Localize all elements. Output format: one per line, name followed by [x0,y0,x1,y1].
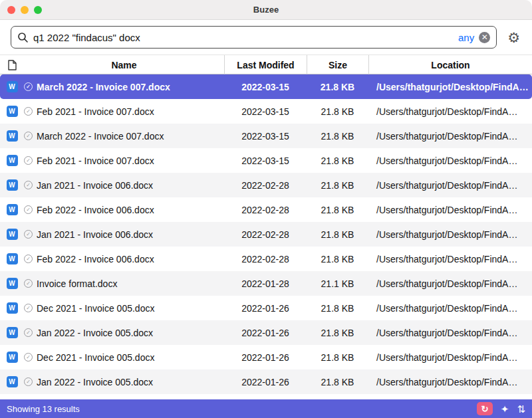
table-header: Name Last Modifed Size Location [0,54,532,74]
checkmark-icon: ✓ [24,353,33,362]
search-input[interactable] [33,32,454,43]
file-name: Dec 2021 - Invoice 005.docx [37,352,154,363]
search-section: any ✕ ⚙ [0,20,532,54]
modified-date: 2022-02-28 [224,254,307,264]
checkmark-icon: ✓ [24,132,33,140]
search-scope-toggle[interactable]: any [458,32,474,43]
fit-rows-icon[interactable]: ⇅ [517,404,525,414]
minimize-window-button[interactable] [21,6,29,14]
file-name: Feb 2022 - Invoice 006.docx [37,205,154,215]
file-size: 21.8 KB [307,328,368,338]
file-name-cell: ✓Dec 2021 - Invoice 005.docx [24,352,224,363]
checkmark-icon: ✓ [24,205,33,214]
file-location: /Users/thatgurjot/Desktop/FindA… [368,229,532,240]
file-size: 21.8 KB [307,131,368,142]
word-file-icon: W [0,204,24,215]
modified-date: 2022-01-26 [224,352,307,363]
table-row[interactable]: W✓March 2022 - Invoice 007.docx2022-03-1… [0,74,532,99]
table-row[interactable]: W✓Jan 2022 - Invoice 005.docx2022-01-262… [0,320,532,345]
modified-date: 2022-01-26 [224,328,307,338]
file-name: Jan 2021 - Invoice 006.docx [37,229,153,240]
word-file-icon: W [0,179,24,191]
close-window-button[interactable] [7,6,15,14]
file-name-cell: ✓Feb 2021 - Invoice 007.docx [24,156,224,166]
checkmark-icon: ✓ [24,181,33,189]
zoom-window-button[interactable] [34,6,42,14]
file-name-cell: ✓Jan 2022 - Invoice 005.docx [24,328,224,338]
file-name: Feb 2021 - Invoice 007.docx [37,156,154,166]
checkmark-icon: ✓ [24,304,33,312]
table-row[interactable]: W✓Dec 2021 - Invoice 005.docx2022-01-262… [0,296,532,320]
file-location: /Users/thatgurjot/Desktop/FindA… [368,82,532,92]
modified-date: 2022-02-28 [224,229,307,240]
file-location: /Users/thatgurjot/Desktop/FindA… [368,278,532,289]
table-row[interactable]: W✓Feb 2022 - Invoice 006.docx2022-02-282… [0,197,532,222]
modified-date: 2022-02-28 [224,205,307,215]
file-location: /Users/thatgurjot/Desktop/FindA… [368,254,532,264]
table-row[interactable]: W✓Dec 2021 - Invoice 005.docx2022-01-262… [0,345,532,369]
table-row[interactable]: W✓Invoice format.docx2022-01-2821.1 KB/U… [0,271,532,296]
word-file-icon: W [0,106,24,117]
file-name-cell: ✓Feb 2021 - Invoice 007.docx [24,106,224,117]
column-header-modified[interactable]: Last Modifed [224,55,307,75]
results-body: W✓March 2022 - Invoice 007.docx2022-03-1… [0,74,532,399]
checkmark-icon: ✓ [24,107,33,116]
checkmark-icon: ✓ [24,82,33,91]
file-name: March 2022 - Invoice 007.docx [37,82,170,92]
settings-gear-icon[interactable]: ⚙ [507,31,520,45]
modified-date: 2022-03-15 [224,82,307,92]
column-header-size[interactable]: Size [307,55,368,75]
table-row[interactable]: W✓Feb 2022 - Invoice 006.docx2022-02-282… [0,247,532,271]
table-row[interactable]: W✓Jan 2021 - Invoice 006.docx2022-02-282… [0,222,532,247]
table-row[interactable]: W✓March 2022 - Invoice 007.docx2022-03-1… [0,124,532,148]
sparkles-icon[interactable]: ✦ [501,404,509,414]
title-bar: Buzee [0,0,532,20]
word-file-icon: W [0,155,24,166]
modified-date: 2022-01-26 [224,377,307,387]
app-window: Buzee any ✕ ⚙ Name Last Modifed Size [0,0,532,418]
checkmark-icon: ✓ [24,279,33,288]
word-file-icon: W [0,327,24,338]
status-bar: Showing 13 results ↻ ✦ ⇅ [0,399,532,418]
checkmark-icon: ✓ [24,377,33,386]
table-row[interactable]: W✓Jan 2021 - Invoice 006.docx2022-02-282… [0,173,532,197]
file-size: 21.8 KB [307,303,368,314]
file-location: /Users/thatgurjot/Desktop/FindA… [368,328,532,338]
search-box[interactable]: any ✕ [11,26,497,49]
file-location: /Users/thatgurjot/Desktop/FindA… [368,352,532,363]
file-size: 21.8 KB [307,254,368,264]
checkmark-icon: ✓ [24,328,33,337]
word-file-icon: W [0,376,24,387]
file-size: 21.8 KB [307,377,368,387]
file-name: Feb 2022 - Invoice 006.docx [37,254,154,264]
clear-search-icon[interactable]: ✕ [479,32,490,43]
modified-date: 2022-02-28 [224,180,307,191]
word-file-icon: W [0,302,24,314]
checkmark-icon: ✓ [24,156,33,165]
file-size: 21.8 KB [307,180,368,191]
file-size: 21.8 KB [307,229,368,240]
file-name: Jan 2022 - Invoice 005.docx [37,377,153,387]
column-header-location[interactable]: Location [368,55,532,75]
results-count-status: Showing 13 results [7,404,477,414]
file-name: Jan 2022 - Invoice 005.docx [37,328,153,338]
modified-date: 2022-03-15 [224,106,307,117]
table-row[interactable]: W✓Feb 2021 - Invoice 007.docx2022-03-152… [0,148,532,173]
file-size: 21.8 KB [307,156,368,166]
modified-date: 2022-03-15 [224,156,307,166]
file-location: /Users/thatgurjot/Desktop/FindA… [368,377,532,387]
column-header-name[interactable]: Name [24,55,224,75]
table-row[interactable]: W✓Feb 2021 - Invoice 007.docx2022-03-152… [0,99,532,124]
file-name-cell: ✓Jan 2022 - Invoice 005.docx [24,377,224,387]
table-row[interactable]: W✓Jan 2022 - Invoice 005.docx2022-01-262… [0,369,532,394]
checkmark-icon: ✓ [24,230,33,239]
file-size: 21.1 KB [307,278,368,289]
footer-actions: ↻ ✦ ⇅ [477,402,525,415]
word-file-icon: W [0,253,24,264]
window-controls [7,6,42,14]
refresh-icon[interactable]: ↻ [477,402,493,415]
file-location: /Users/thatgurjot/Desktop/FindA… [368,303,532,314]
file-name: Jan 2021 - Invoice 006.docx [37,180,153,191]
word-file-icon: W [0,278,24,289]
checkmark-icon: ✓ [24,255,33,263]
